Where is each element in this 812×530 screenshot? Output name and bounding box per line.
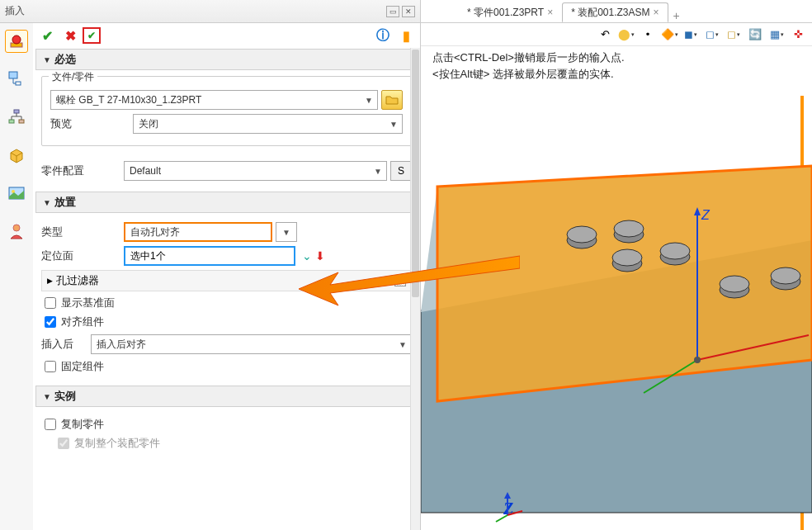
config-select[interactable]: Default ▼ xyxy=(124,161,387,181)
collapse-icon: ▼ xyxy=(43,55,51,64)
hole-filter-label: 孔过滤器 xyxy=(56,273,99,288)
section-placement-label: 放置 xyxy=(54,195,76,210)
apply-button[interactable]: ✔ xyxy=(83,27,101,44)
type-label: 类型 xyxy=(41,225,124,239)
form-area: ✔ ✖ ✔ ⓘ ▮ ▼ 必选 文件/零件 xyxy=(33,23,420,530)
cube-icon[interactable] xyxy=(5,144,28,167)
type-select[interactable]: 自动孔对齐 xyxy=(124,222,272,242)
wireframe1-icon[interactable]: ◻▾ xyxy=(703,26,721,43)
svg-line-29 xyxy=(508,511,522,515)
copy-part-checkbox[interactable] xyxy=(45,419,56,430)
chevron-down-icon: ▼ xyxy=(396,340,409,349)
target-icon[interactable]: ✜ xyxy=(789,26,807,43)
copy-whole-label: 复制整个装配零件 xyxy=(74,436,160,451)
align-comp-checkbox[interactable] xyxy=(45,316,56,328)
image-icon[interactable] xyxy=(5,182,28,205)
grid-icon[interactable]: ▦▾ xyxy=(767,26,786,43)
chevron-down-icon: ▼ xyxy=(371,167,385,176)
scrollbar[interactable] xyxy=(410,48,420,530)
person-icon[interactable] xyxy=(5,220,28,243)
config-select-value: Default xyxy=(130,165,161,177)
hint-text: 点击<CTRL-Del>撤销最后一步的输入点. <按住Alt键> 选择被最外层覆… xyxy=(432,50,625,82)
preview-select-value: 关闭 xyxy=(139,117,158,131)
viewport-3d[interactable]: Z Z xyxy=(421,46,812,530)
chevron-down-icon: ▼ xyxy=(281,228,291,237)
section-instance-label: 实例 xyxy=(54,389,76,404)
svg-point-11 xyxy=(567,226,597,243)
accept-icon[interactable]: ⌄ xyxy=(302,249,312,263)
expand-icon: ▶ xyxy=(47,277,53,285)
hint-line2: <按住Alt键> 选择被最外层覆盖的实体. xyxy=(432,66,625,83)
svg-rect-4 xyxy=(14,110,19,113)
help-icon[interactable]: ▮ xyxy=(395,26,417,45)
svg-point-21 xyxy=(771,267,800,284)
type-dropdown-btn[interactable]: ▼ xyxy=(276,222,297,242)
copy-whole-checkbox xyxy=(58,438,69,449)
spin-icon[interactable]: 🔄 xyxy=(746,26,764,43)
box-tree-icon[interactable] xyxy=(5,68,28,91)
show-datum-label: 显示基准面 xyxy=(61,296,115,310)
svg-line-30 xyxy=(496,515,508,522)
face-label: 定位面 xyxy=(41,248,124,263)
svg-point-9 xyxy=(13,225,20,231)
panel-pin-icon[interactable]: ▭ xyxy=(386,6,399,17)
face-input[interactable] xyxy=(124,246,295,266)
axis-z-label: Z xyxy=(701,208,710,222)
hierarchy-icon[interactable] xyxy=(5,106,28,129)
preview-label: 预览 xyxy=(50,116,133,131)
insert-after-value: 插入后对齐 xyxy=(97,338,146,352)
chevron-down-icon: ▼ xyxy=(387,120,400,129)
file-fieldset-legend: 文件/零件 xyxy=(49,70,97,84)
undo-icon[interactable]: ↶ xyxy=(596,26,614,43)
dot-icon[interactable]: • xyxy=(639,26,657,43)
palette-icon[interactable]: 🔶▾ xyxy=(660,26,678,43)
copy-part-label: 复制零件 xyxy=(61,417,104,432)
section-required-label: 必选 xyxy=(54,52,76,67)
svg-rect-6 xyxy=(19,120,24,123)
svg-point-13 xyxy=(614,220,644,237)
type-select-value: 自动孔对齐 xyxy=(130,225,180,239)
preview-select[interactable]: 关闭 ▼ xyxy=(133,114,403,134)
wireframe2-icon[interactable]: ◻▾ xyxy=(725,26,743,43)
show-datum-checkbox[interactable] xyxy=(45,297,56,309)
panel-close-icon[interactable]: ✕ xyxy=(402,6,415,17)
s-button[interactable]: S xyxy=(390,161,412,181)
brush-icon[interactable]: ⬤▾ xyxy=(617,26,635,43)
folder-open-icon[interactable] xyxy=(381,90,403,110)
action-bar: ✔ ✖ ✔ ⓘ ▮ xyxy=(33,23,420,48)
hint-line1: 点击<CTRL-Del>撤销最后一步的输入点. xyxy=(432,50,625,66)
align-comp-label: 对齐组件 xyxy=(61,315,104,329)
insert-after-label: 插入后 xyxy=(41,337,91,352)
cancel-button[interactable]: ✖ xyxy=(59,26,81,45)
selected-face xyxy=(437,166,812,401)
panel-title: 插入 xyxy=(5,4,25,18)
close-icon[interactable]: × xyxy=(547,7,553,18)
file-select[interactable]: 螺栓 GB_T 27-M10x30_1.Z3PRT ▼ xyxy=(50,90,378,110)
file-select-value: 螺栓 GB_T 27-M10x30_1.Z3PRT xyxy=(56,93,201,107)
collapse-icon: ▼ xyxy=(43,198,51,207)
tab-part-label: * 零件001.Z3PRT xyxy=(467,6,544,20)
svg-rect-2 xyxy=(9,72,17,78)
info-icon[interactable]: ⓘ xyxy=(372,26,394,45)
pick-icon[interactable]: ⬇ xyxy=(315,249,325,263)
close-icon[interactable]: × xyxy=(654,7,659,18)
cube-solid-icon[interactable]: ◼▾ xyxy=(682,26,700,43)
section-placement-header[interactable]: ▼ 放置 xyxy=(35,192,418,213)
stamp-icon[interactable] xyxy=(5,30,28,53)
collapse-icon: ▼ xyxy=(43,392,51,401)
ok-button[interactable]: ✔ xyxy=(36,26,58,45)
scene-svg: Z xyxy=(421,46,812,530)
tab-add-icon[interactable]: + xyxy=(668,9,685,22)
svg-point-15 xyxy=(612,249,642,266)
filter-grid-icon[interactable] xyxy=(394,275,406,286)
tab-asm[interactable]: * 装配001.Z3ASM × xyxy=(562,2,668,22)
left-icon-strip xyxy=(0,23,33,530)
hole-filter-header[interactable]: ▶ 孔过滤器 xyxy=(41,270,412,291)
tab-part[interactable]: * 零件001.Z3PRT × xyxy=(458,2,562,22)
svg-rect-5 xyxy=(9,120,14,123)
insert-after-select[interactable]: 插入后对齐 ▼ xyxy=(91,334,412,354)
fix-comp-checkbox[interactable] xyxy=(45,361,56,372)
section-required-header[interactable]: ▼ 必选 xyxy=(35,49,418,70)
file-fieldset: 文件/零件 螺栓 GB_T 27-M10x30_1.Z3PRT ▼ xyxy=(41,76,412,146)
section-instance-header[interactable]: ▼ 实例 xyxy=(35,386,418,407)
